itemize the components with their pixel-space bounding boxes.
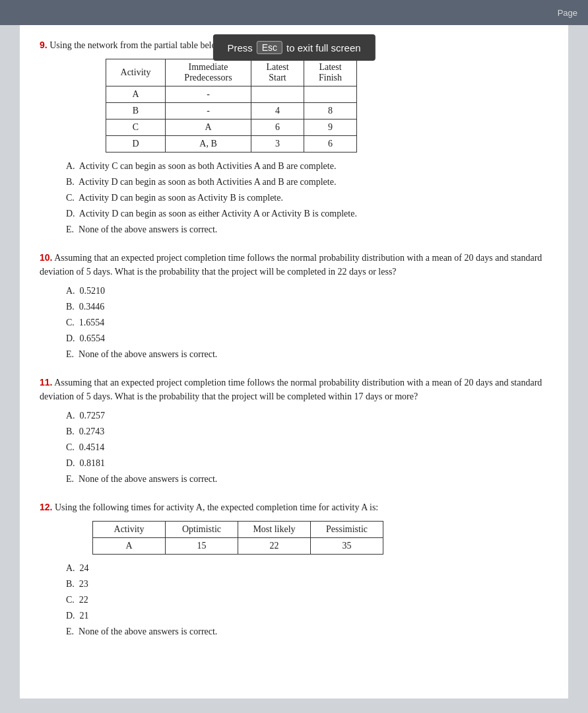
q12-col2-header: Optimistic: [166, 522, 238, 538]
q10-number: 10.: [40, 252, 52, 263]
toast-suffix: to exit full screen: [286, 42, 361, 53]
list-item: B. 0.3446: [66, 300, 548, 314]
esc-key: Esc: [257, 41, 282, 54]
list-item: E. None of the above answers is correct.: [66, 222, 548, 236]
q11-number: 11.: [40, 377, 52, 388]
list-item: B. Activity D can begin as soon as both …: [66, 175, 548, 189]
q9-r3c1: C: [106, 119, 166, 136]
q12-col4-header: Pessimistic: [311, 522, 383, 538]
q9-r1c3: [251, 86, 304, 103]
q12-table: Activity Optimistic Most likely Pessimis…: [92, 521, 383, 555]
list-item: D. 21: [66, 609, 548, 623]
q9-r4c2: A, B: [166, 136, 251, 153]
question-9: 9. Using the network from the partial ta…: [40, 38, 548, 236]
list-item: C. 0.4514: [66, 440, 548, 454]
list-item: D. Activity D can begin as soon as eithe…: [66, 207, 548, 221]
q12-text: Using the following times for activity A…: [55, 502, 378, 512]
q9-r1c4: [304, 86, 357, 103]
list-item: A. 0.7257: [66, 409, 548, 423]
fullscreen-toast: Press Esc to exit full screen: [212, 34, 375, 61]
page-label: Page: [558, 8, 577, 18]
q9-col2-header: ImmediatePredecessors: [166, 59, 251, 86]
q12-col1-header: Activity: [93, 522, 166, 538]
list-item: E. None of the above answers is correct.: [66, 347, 548, 361]
q9-r2c4: 8: [304, 103, 357, 119]
q9-r2c3: 4: [251, 103, 304, 119]
table-row: C A 6 9: [106, 119, 357, 136]
q11-text: Assuming that an expected project comple…: [40, 378, 542, 401]
question-12: 12. Using the following times for activi…: [40, 500, 548, 638]
top-bar: Page: [0, 0, 588, 25]
table-row: B - 4 8: [106, 103, 357, 119]
q9-r4c3: 3: [251, 136, 304, 153]
q12-intro: 12. Using the following times for activi…: [40, 500, 548, 514]
q12-r1c4: 35: [311, 538, 383, 555]
list-item: B. 23: [66, 577, 548, 591]
q10-text: Assuming that an expected project comple…: [40, 253, 542, 277]
list-item: A. 0.5210: [66, 284, 548, 298]
q12-r1c2: 15: [166, 538, 238, 555]
q12-number: 12.: [40, 502, 52, 512]
q9-r2c1: B: [106, 103, 166, 119]
q12-col3-header: Most likely: [238, 522, 311, 538]
list-item: A. Activity C can begin as soon as both …: [66, 159, 548, 173]
choice-label: A. Activity C can begin as soon as both …: [66, 161, 336, 171]
q9-table: Activity ImmediatePredecessors LatestSta…: [106, 59, 357, 153]
q11-intro: 11. Assuming that an expected project co…: [40, 376, 548, 403]
list-item: C. Activity D can begin as soon as Activ…: [66, 191, 548, 205]
q9-col1-header: Activity: [106, 59, 166, 86]
list-item: A. 24: [66, 561, 548, 575]
q9-r3c4: 9: [304, 119, 357, 136]
table-row: A -: [106, 86, 357, 103]
q9-r1c2: -: [166, 86, 251, 103]
question-10: 10. Assuming that an expected project co…: [40, 251, 548, 361]
list-item: B. 0.2743: [66, 424, 548, 438]
list-item: D. 0.8181: [66, 456, 548, 470]
q12-choices: A. 24 B. 23 C. 22 D. 21 E. None of the a…: [66, 561, 548, 638]
q9-choices: A. Activity C can begin as soon as both …: [66, 159, 548, 236]
q9-col4-header: LatestFinish: [304, 59, 357, 86]
q9-r1c1: A: [106, 86, 166, 103]
q10-intro: 10. Assuming that an expected project co…: [40, 251, 548, 279]
q12-r1c1: A: [93, 538, 166, 555]
list-item: D. 0.6554: [66, 331, 548, 345]
q9-r3c3: 6: [251, 119, 304, 136]
choice-label: B. Activity D can begin as soon as both …: [66, 177, 336, 187]
q9-r4c1: D: [106, 136, 166, 153]
choice-label: D. Activity D can begin as soon as eithe…: [66, 209, 357, 219]
list-item: C. 22: [66, 593, 548, 607]
list-item: E. None of the above answers is correct.: [66, 472, 548, 486]
q9-r4c4: 6: [304, 136, 357, 153]
q9-col3-header: LatestStart: [251, 59, 304, 86]
main-content: 9. Using the network from the partial ta…: [20, 25, 568, 698]
q9-r2c2: -: [166, 103, 251, 119]
table-row: A 15 22 35: [93, 538, 383, 555]
question-11: 11. Assuming that an expected project co…: [40, 376, 548, 486]
q11-choices: A. 0.7257 B. 0.2743 C. 0.4514 D. 0.8181 …: [66, 409, 548, 486]
list-item: E. None of the above answers is correct.: [66, 625, 548, 638]
choice-label: C. Activity D can begin as soon as Activ…: [66, 193, 283, 203]
q9-r3c2: A: [166, 119, 251, 136]
q10-choices: A. 0.5210 B. 0.3446 C. 1.6554 D. 0.6554 …: [66, 284, 548, 361]
table-row: D A, B 3 6: [106, 136, 357, 153]
toast-prefix: Press: [227, 42, 252, 53]
q12-r1c3: 22: [238, 538, 311, 555]
choice-label: E. None of the above answers is correct.: [66, 224, 217, 234]
list-item: C. 1.6554: [66, 316, 548, 329]
q9-number: 9.: [40, 40, 48, 50]
